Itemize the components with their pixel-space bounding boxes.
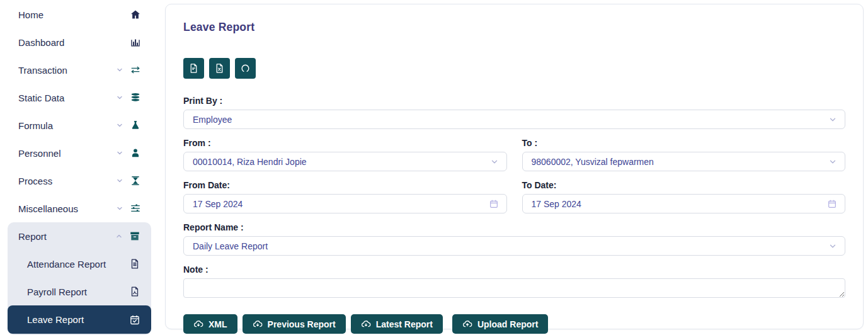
cloud-download-icon [253, 319, 263, 329]
refresh-icon [240, 63, 251, 74]
leave-report-card: Leave Report [165, 4, 864, 329]
from-date-input[interactable] [193, 199, 489, 209]
cloud-download-icon [361, 319, 371, 329]
calendar-icon[interactable] [489, 199, 499, 209]
export-document-button[interactable] [183, 58, 204, 79]
sidebar-item-home[interactable]: Home [0, 1, 157, 28]
page-title: Leave Report [183, 21, 845, 34]
chevron-down-icon [828, 242, 837, 251]
chevron-up-icon [115, 232, 123, 240]
print-by-select[interactable]: Employee [183, 110, 845, 129]
report-name-select[interactable]: Daily Leave Report [183, 236, 845, 256]
upload-report-button[interactable]: Upload Report [452, 314, 548, 334]
chevron-down-icon [116, 94, 123, 101]
from-employee-select[interactable]: 00010014, Riza Hendri Jopie [183, 152, 507, 171]
home-icon [130, 9, 141, 20]
file-pdf-icon [129, 286, 140, 297]
sidebar-item-label: Payroll Report [27, 287, 129, 297]
sliders-icon [130, 203, 141, 214]
latest-report-button[interactable]: Latest Report [351, 314, 443, 334]
print-by-label: Print By : [183, 96, 845, 106]
report-name-value: Daily Leave Report [193, 241, 268, 251]
to-label: To : [522, 138, 846, 148]
from-date-label: From Date: [183, 180, 507, 190]
calendar-icon[interactable] [827, 199, 837, 209]
report-group: Report Attendance Report Payroll Report [8, 222, 151, 335]
sidebar-item-leave-report[interactable]: Leave Report [8, 305, 151, 334]
sidebar-item-attendance-report[interactable]: Attendance Report [8, 250, 151, 278]
hourglass-icon [130, 175, 141, 186]
to-date-input[interactable] [532, 199, 828, 209]
latest-report-button-label: Latest Report [376, 319, 433, 329]
previous-report-button-label: Previous Report [268, 319, 336, 329]
sidebar-item-process[interactable]: Process [0, 167, 157, 195]
from-date-field: From Date: [183, 171, 507, 213]
from-employee-value: 00010014, Riza Hendri Jopie [193, 157, 307, 167]
file-excel-icon [214, 63, 225, 74]
xml-button[interactable]: XML [183, 314, 237, 334]
chevron-down-icon [116, 149, 123, 157]
to-employee-value: 98060002, Yusvizal fepwarmen [532, 157, 654, 167]
sidebar-item-label: Dashboard [18, 37, 130, 48]
main-area: Leave Report [157, 0, 868, 335]
cloud-upload-icon [462, 319, 472, 329]
sidebar-item-report[interactable]: Report [8, 222, 151, 250]
sidebar-item-label: Process [18, 176, 116, 186]
from-date-input-wrap [183, 194, 507, 213]
chevron-down-icon [116, 205, 123, 212]
to-date-input-wrap [522, 194, 846, 213]
sidebar-item-transaction[interactable]: Transaction [0, 56, 157, 84]
to-employee-select[interactable]: 98060002, Yusvizal fepwarmen [522, 152, 846, 171]
report-name-field: Report Name : Daily Leave Report [183, 222, 845, 256]
sidebar-item-formula[interactable]: Formula [0, 111, 157, 139]
to-date-field: To Date: [522, 171, 846, 213]
sidebar-item-label: Leave Report [27, 314, 129, 325]
to-date-label: To Date: [522, 180, 846, 190]
toolbar [183, 58, 845, 79]
chevron-down-icon [116, 177, 123, 185]
print-by-value: Employee [193, 115, 232, 125]
calendar-check-icon [129, 314, 140, 326]
action-buttons: XML Previous Report Latest Report [183, 314, 845, 334]
chevron-down-icon [828, 115, 837, 124]
chevron-down-icon [490, 157, 499, 166]
sidebar-item-dashboard[interactable]: Dashboard [0, 28, 157, 56]
upload-report-button-label: Upload Report [477, 319, 538, 329]
sidebar-item-label: Miscellaneous [18, 203, 116, 214]
chevron-down-icon [116, 122, 123, 129]
app-root: Home Dashboard Transaction Static Data [0, 0, 868, 335]
cloud-download-icon [193, 319, 203, 329]
note-label: Note : [183, 264, 845, 275]
report-name-label: Report Name : [183, 222, 845, 232]
file-lines-icon [188, 63, 199, 74]
database-icon [130, 92, 141, 103]
sidebar-item-label: Personnel [18, 148, 116, 159]
sidebar-item-label: Formula [18, 120, 116, 131]
sidebar-item-label: Attendance Report [27, 259, 129, 270]
export-excel-button[interactable] [209, 58, 230, 79]
sidebar-item-payroll-report[interactable]: Payroll Report [8, 278, 151, 305]
note-field: Note : [183, 264, 845, 298]
sidebar-item-static-data[interactable]: Static Data [0, 84, 157, 111]
flask-icon [130, 120, 141, 131]
sidebar-item-label: Transaction [18, 65, 116, 76]
sidebar-item-personnel[interactable]: Personnel [0, 139, 157, 167]
sidebar-item-miscellaneous[interactable]: Miscellaneous [0, 195, 157, 222]
chevron-down-icon [116, 66, 123, 74]
sidebar-item-label: Static Data [18, 93, 116, 103]
previous-report-button[interactable]: Previous Report [243, 314, 346, 334]
archive-box-icon [129, 230, 140, 242]
chevron-down-icon [828, 157, 837, 166]
print-by-field: Print By : Employee [183, 96, 845, 129]
transfer-arrows-icon [130, 64, 141, 76]
sidebar-item-label: Report [18, 231, 115, 242]
person-icon [130, 147, 141, 159]
bar-chart-icon [130, 37, 141, 48]
to-field: To : 98060002, Yusvizal fepwarmen [522, 129, 846, 171]
sidebar-item-label: Home [18, 9, 130, 20]
refresh-button[interactable] [235, 58, 256, 79]
sidebar: Home Dashboard Transaction Static Data [0, 0, 157, 335]
from-label: From : [183, 138, 507, 148]
note-textarea[interactable] [183, 278, 845, 298]
from-field: From : 00010014, Riza Hendri Jopie [183, 129, 507, 171]
